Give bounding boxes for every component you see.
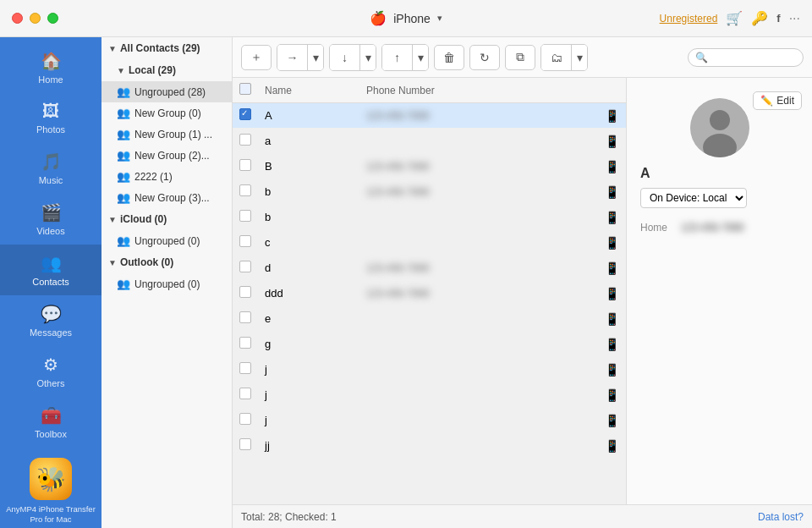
- contact-phone-cell: [359, 129, 598, 154]
- export-dropdown-button[interactable]: ▾: [360, 45, 376, 70]
- row-checkbox[interactable]: [239, 362, 251, 374]
- row-checkbox[interactable]: [239, 337, 251, 349]
- transfer-dropdown-button[interactable]: ▾: [413, 45, 428, 70]
- row-checkbox[interactable]: [239, 311, 251, 323]
- sidebar-item-photos[interactable]: 🖼 Photos: [0, 93, 102, 143]
- row-checkbox[interactable]: [239, 388, 251, 399]
- contact-phone-cell: 123-456-7890: [359, 256, 598, 281]
- group-item-2222[interactable]: 👥 2222 (1): [102, 166, 232, 187]
- archive-button[interactable]: 🗂: [541, 45, 572, 70]
- device-dropdown[interactable]: On Device: Local: [640, 188, 747, 208]
- unregistered-link[interactable]: Unregistered: [660, 13, 718, 25]
- group-item-new1[interactable]: 👥 New Group (0): [102, 102, 232, 124]
- cart-icon[interactable]: 🛒: [726, 10, 743, 26]
- edit-icon: ✏️: [760, 95, 773, 107]
- group-people-icon-3: 👥: [117, 149, 130, 162]
- sidebar-item-music[interactable]: 🎵 Music: [0, 143, 102, 194]
- sidebar-item-contacts[interactable]: 👥 Contacts: [0, 245, 102, 295]
- table-row[interactable]: b📱: [233, 205, 626, 230]
- archive-dropdown-button[interactable]: ▾: [572, 45, 587, 70]
- app-footer[interactable]: 🐝 AnyMP4 iPhone Transfer Pro for Mac: [0, 448, 102, 528]
- add-button[interactable]: ＋: [241, 45, 272, 70]
- local-label: Local (29): [129, 64, 176, 76]
- minimize-button[interactable]: [30, 13, 41, 24]
- contact-name-cell: g: [258, 332, 359, 357]
- row-checkbox[interactable]: [239, 413, 251, 425]
- group-item-outlook-ungrouped[interactable]: 👥 Ungrouped (0): [102, 273, 232, 294]
- table-row[interactable]: A123-456-7890📱: [233, 103, 626, 129]
- delete-button[interactable]: 🗑: [434, 45, 464, 70]
- triangle-icon: ▼: [108, 44, 117, 53]
- close-button[interactable]: [12, 13, 23, 24]
- device-selector[interactable]: On Device: Local: [640, 188, 798, 208]
- contact-table: Name Phone Number A123-456-7890📱a📱B123-4…: [233, 78, 626, 459]
- table-row[interactable]: b123-456-7890📱: [233, 179, 626, 205]
- import-dropdown-button[interactable]: ▾: [308, 45, 323, 70]
- duplicate-button[interactable]: ⧉: [505, 45, 535, 70]
- sidebar-item-toolbox[interactable]: 🧰 Toolbox: [0, 397, 102, 448]
- row-checkbox[interactable]: [239, 108, 251, 120]
- refresh-button[interactable]: ↻: [469, 45, 500, 70]
- group-item-new2[interactable]: 👥 New Group (1) ...: [102, 124, 232, 145]
- group-item-new4[interactable]: 👥 New Group (3)...: [102, 187, 232, 208]
- more-icon[interactable]: ···: [789, 11, 800, 26]
- table-row[interactable]: B123-456-7890📱: [233, 154, 626, 179]
- search-input[interactable]: [711, 52, 796, 63]
- maximize-button[interactable]: [47, 13, 58, 24]
- row-checkbox[interactable]: [239, 184, 251, 196]
- header-checkbox[interactable]: [239, 83, 251, 95]
- contact-device-cell: 📱: [598, 256, 626, 281]
- sidebar: 🏠 Home 🖼 Photos 🎵 Music 🎬 Videos 👥 Conta…: [0, 37, 102, 528]
- chevron-down-icon[interactable]: ▾: [437, 13, 442, 24]
- row-checkbox[interactable]: [239, 159, 251, 171]
- transfer-button[interactable]: ↑: [382, 45, 413, 70]
- row-checkbox[interactable]: [239, 261, 251, 272]
- table-row[interactable]: g📱: [233, 332, 626, 357]
- contact-name-cell: a: [258, 129, 359, 154]
- table-row[interactable]: j📱: [233, 357, 626, 382]
- group-item-ungrouped[interactable]: 👥 Ungrouped (28): [102, 81, 232, 102]
- table-row[interactable]: ddd123-456-7890📱: [233, 281, 626, 306]
- table-row[interactable]: jj📱: [233, 433, 626, 459]
- table-row[interactable]: d123-456-7890📱: [233, 256, 626, 281]
- table-row[interactable]: j📱: [233, 382, 626, 408]
- all-contacts-header[interactable]: ▼ All Contacts (29): [102, 37, 232, 59]
- group-people-icon: 👥: [117, 85, 130, 98]
- contact-name-cell: e: [258, 306, 359, 332]
- key-icon[interactable]: 🔑: [751, 10, 768, 26]
- traffic-lights: [12, 13, 58, 24]
- name-column-header: Name: [258, 78, 359, 103]
- table-row[interactable]: c📱: [233, 230, 626, 256]
- sidebar-item-others[interactable]: ⚙ Others: [0, 346, 102, 397]
- contact-name-cell: j: [258, 382, 359, 408]
- contact-device-cell: 📱: [598, 433, 626, 459]
- row-checkbox[interactable]: [239, 210, 251, 222]
- contact-phone-cell: 123-456-7890: [359, 103, 598, 129]
- icloud-header[interactable]: ▼ iCloud (0): [102, 208, 232, 230]
- sidebar-item-videos[interactable]: 🎬 Videos: [0, 194, 102, 245]
- row-checkbox[interactable]: [239, 286, 251, 298]
- group-people-icon-5: 👥: [117, 191, 130, 204]
- group-item-icloud-ungrouped[interactable]: 👥 Ungrouped (0): [102, 230, 232, 251]
- contact-phone-cell: [359, 357, 598, 382]
- row-checkbox[interactable]: [239, 438, 251, 450]
- data-lost-link[interactable]: Data lost?: [758, 511, 804, 523]
- contact-name: A: [640, 166, 798, 181]
- table-row[interactable]: e📱: [233, 306, 626, 332]
- status-bar: Total: 28; Checked: 1 Data lost?: [233, 504, 812, 528]
- outlook-header[interactable]: ▼ Outlook (0): [102, 251, 232, 273]
- row-checkbox[interactable]: [239, 134, 251, 146]
- export-button-group: ↓ ▾: [329, 44, 376, 71]
- edit-button[interactable]: ✏️ Edit: [753, 91, 802, 110]
- row-checkbox[interactable]: [239, 235, 251, 247]
- facebook-icon[interactable]: f: [776, 12, 780, 25]
- table-row[interactable]: a📱: [233, 129, 626, 154]
- sidebar-item-messages[interactable]: 💬 Messages: [0, 295, 102, 346]
- table-row[interactable]: j📱: [233, 408, 626, 433]
- group-item-new3[interactable]: 👥 New Group (2)...: [102, 145, 232, 166]
- contact-phone-cell: [359, 408, 598, 433]
- import-button[interactable]: →: [277, 45, 308, 70]
- export-button[interactable]: ↓: [330, 45, 360, 70]
- local-header[interactable]: ▼ Local (29): [102, 59, 232, 81]
- sidebar-item-home[interactable]: 🏠 Home: [0, 42, 102, 93]
